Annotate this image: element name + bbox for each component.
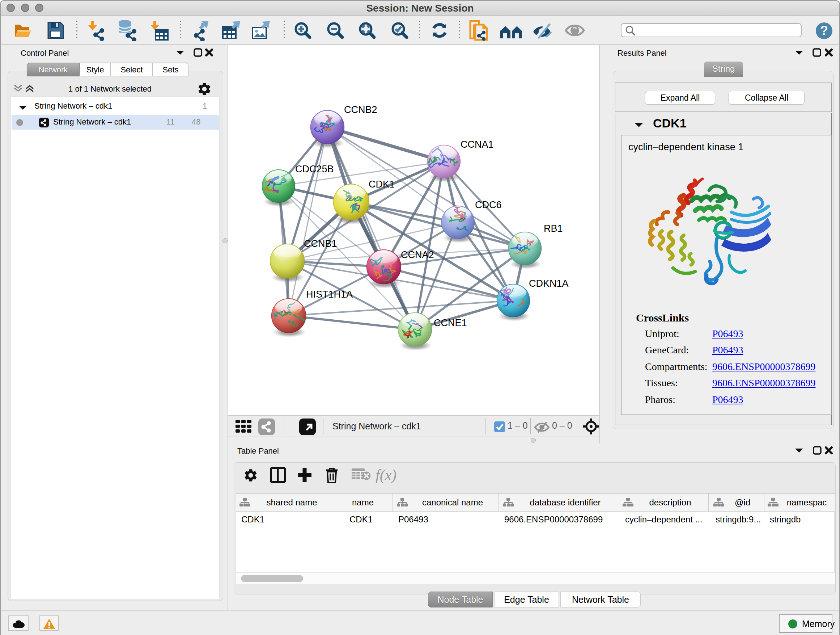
svg-text:CCNB2: CCNB2 (344, 104, 377, 115)
svg-text:HIST1H1A: HIST1H1A (306, 289, 353, 300)
svg-text:CCNE1: CCNE1 (434, 318, 467, 328)
svg-text:CCNA1: CCNA1 (461, 139, 494, 150)
svg-text:CDKN1A: CDKN1A (529, 278, 569, 289)
svg-text:CCNA2: CCNA2 (401, 249, 434, 260)
svg-text:RB1: RB1 (544, 223, 563, 234)
svg-text:CCNB1: CCNB1 (304, 238, 337, 249)
svg-text:CDC6: CDC6 (475, 200, 502, 211)
svg-text:CDK1: CDK1 (369, 179, 395, 190)
svg-text:CDC25B: CDC25B (295, 164, 334, 174)
